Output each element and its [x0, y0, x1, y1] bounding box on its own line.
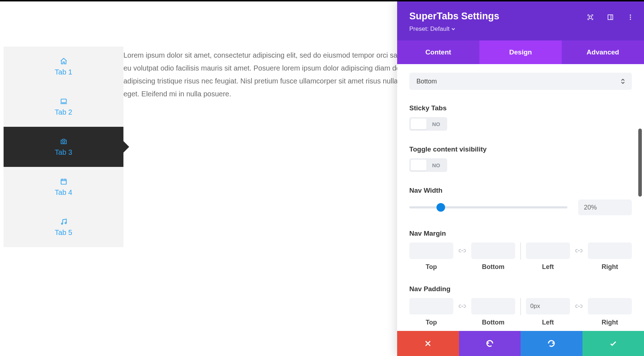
tab-label: Tab 3	[55, 148, 72, 157]
toggle-state: NO	[426, 162, 446, 168]
toggle-knob	[411, 119, 426, 129]
save-button[interactable]	[582, 331, 644, 356]
toggle-state: NO	[426, 121, 446, 127]
svg-rect-6	[608, 15, 613, 19]
caption-bottom: Bottom	[482, 263, 504, 271]
caption-top: Top	[426, 319, 437, 326]
link-icon[interactable]	[458, 302, 466, 310]
preset-dropdown[interactable]: Preset: Default	[409, 25, 455, 33]
tab-label: Tab 2	[55, 108, 72, 116]
panel-tab-design[interactable]: Design	[479, 40, 562, 64]
nav-padding-bottom-input[interactable]	[471, 298, 515, 314]
check-icon	[609, 339, 618, 348]
tab-label: Tab 5	[55, 228, 72, 237]
expand-icon[interactable]	[587, 14, 594, 21]
music-icon	[60, 218, 68, 226]
link-icon[interactable]	[458, 247, 466, 255]
caption-top: Top	[426, 263, 437, 271]
toggle-visibility-toggle[interactable]: NO	[409, 158, 447, 172]
cancel-button[interactable]	[397, 331, 459, 356]
nav-width-value-input[interactable]: 20%	[578, 199, 632, 215]
tabs-nav: Tab 1 Tab 2 Tab 3 Tab 4 Tab 5	[4, 47, 123, 247]
caption-bottom: Bottom	[482, 319, 504, 326]
sticky-tabs-label: Sticky Tabs	[409, 104, 632, 112]
panel-tab-content[interactable]: Content	[397, 40, 479, 64]
caption-right: Right	[602, 263, 618, 271]
tab-item-5[interactable]: Tab 5	[4, 207, 123, 247]
redo-icon	[547, 339, 556, 348]
caption-left: Left	[542, 319, 554, 326]
nav-margin-group: Nav Margin Top Bottom	[409, 230, 632, 271]
caption-right: Right	[602, 319, 618, 326]
nav-padding-top-input[interactable]	[409, 298, 453, 314]
scrollbar[interactable]	[638, 129, 642, 197]
nav-margin-top-input[interactable]	[409, 242, 453, 259]
panel-header: SuperTabs Settings Preset: Default	[397, 1, 644, 40]
undo-icon	[486, 339, 494, 348]
panel-tab-advanced[interactable]: Advanced	[562, 40, 644, 64]
panel-body: Bottom Sticky Tabs NO Toggle content vis…	[397, 64, 644, 331]
svg-rect-5	[589, 16, 592, 19]
camera-icon	[60, 138, 68, 145]
nav-width-slider[interactable]	[409, 206, 567, 208]
preset-label: Preset: Default	[409, 25, 449, 33]
laptop-icon	[60, 97, 68, 105]
svg-point-7	[630, 15, 631, 16]
panel-footer	[397, 331, 644, 356]
svg-point-3	[61, 223, 63, 224]
spacing-separator	[520, 298, 521, 315]
more-icon[interactable]	[627, 14, 634, 21]
header-actions	[587, 14, 634, 21]
svg-point-4	[65, 222, 66, 223]
link-icon[interactable]	[575, 302, 583, 310]
nav-padding-label: Nav Padding	[409, 285, 632, 293]
link-icon[interactable]	[575, 247, 583, 255]
svg-point-1	[62, 140, 64, 143]
panel-tabs: Content Design Advanced	[397, 40, 644, 64]
chevron-down-icon	[452, 27, 455, 31]
nav-padding-right-input[interactable]	[588, 298, 632, 314]
tab-item-4[interactable]: Tab 4	[4, 167, 123, 207]
spacing-separator	[520, 242, 521, 260]
slider-thumb[interactable]	[436, 203, 445, 212]
svg-point-8	[630, 16, 631, 18]
tab-label: Tab 4	[55, 188, 72, 197]
toggle-knob	[411, 160, 426, 170]
svg-rect-2	[61, 179, 66, 184]
nav-padding-group: Nav Padding Top Bottom	[409, 285, 632, 326]
toggle-visibility-label: Toggle content visibility	[409, 145, 632, 153]
position-select[interactable]: Bottom	[409, 73, 632, 90]
home-icon	[60, 57, 68, 65]
nav-width-group: Nav Width 20%	[409, 187, 632, 215]
nav-width-label: Nav Width	[409, 187, 632, 194]
tab-item-1[interactable]: Tab 1	[4, 47, 123, 87]
redo-button[interactable]	[521, 331, 582, 356]
caption-left: Left	[542, 263, 554, 271]
tab-item-2[interactable]: Tab 2	[4, 87, 123, 127]
undo-button[interactable]	[459, 331, 521, 356]
sticky-tabs-group: Sticky Tabs NO	[409, 104, 632, 131]
close-icon	[424, 340, 432, 347]
select-caret-icon	[621, 79, 625, 84]
position-select-value: Bottom	[416, 78, 437, 85]
nav-margin-bottom-input[interactable]	[471, 242, 515, 259]
nav-margin-left-input[interactable]	[526, 242, 570, 259]
tab-content-text: Lorem ipsum dolor sit amet, consectetur …	[123, 49, 417, 100]
panel-layout-icon[interactable]	[607, 14, 614, 21]
nav-padding-left-input[interactable]: 0px	[526, 298, 570, 314]
nav-margin-right-input[interactable]	[588, 242, 632, 259]
calendar-icon	[60, 178, 68, 186]
sticky-tabs-toggle[interactable]: NO	[409, 117, 447, 131]
nav-margin-label: Nav Margin	[409, 230, 632, 237]
settings-panel: SuperTabs Settings Preset: Default Conte…	[397, 1, 644, 356]
tab-label: Tab 1	[55, 68, 72, 76]
svg-point-9	[630, 19, 631, 20]
tab-item-3[interactable]: Tab 3	[4, 127, 123, 167]
toggle-visibility-group: Toggle content visibility NO	[409, 145, 632, 172]
svg-rect-0	[61, 99, 66, 102]
